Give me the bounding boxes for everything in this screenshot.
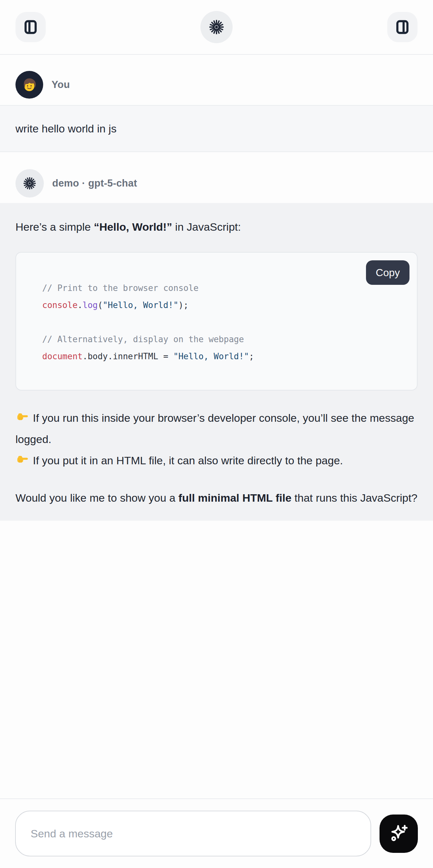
assistant-message-body: Here’s a simple “Hello, World!” in JavaS…: [0, 203, 433, 521]
notes: If you run this inside your browser’s de…: [16, 407, 417, 471]
send-button[interactable]: [379, 814, 418, 853]
code-line: // Print to the browser console: [42, 280, 407, 297]
intro-bold: “Hello, World!”: [94, 221, 172, 233]
question-bold: full minimal HTML file: [179, 492, 291, 504]
sparkle-icon: [388, 823, 409, 844]
code-token: "Hello, World!": [103, 300, 179, 310]
starburst-logo-icon: [208, 18, 225, 36]
user-message: You write hello world in js: [0, 55, 433, 152]
assistant-message-header: demo · gpt-5-chat: [0, 152, 433, 203]
pointing-right-emoji-icon: [16, 453, 29, 467]
right-panel-toggle-button[interactable]: [387, 12, 417, 42]
empty-space: [0, 521, 433, 798]
code-token: "Hello, World!": [173, 351, 249, 361]
code-token: .: [78, 300, 83, 310]
starburst-icon: [22, 176, 37, 191]
copy-code-button[interactable]: Copy: [366, 260, 409, 285]
code-line: // Alternatively, display on the webpage: [42, 331, 407, 348]
user-message-header: You: [0, 55, 433, 105]
code-token: ;: [249, 351, 254, 361]
code-line: document.body.innerHTML = "Hello, World!…: [42, 348, 407, 365]
assistant-author-label: demo · gpt-5-chat: [52, 178, 137, 189]
message-input[interactable]: [15, 811, 371, 857]
note-paragraph: If you run this inside your browser’s de…: [16, 407, 417, 450]
intro-prefix: Here’s a simple: [16, 221, 94, 233]
code-line: console.log("Hello, World!");: [42, 297, 407, 314]
intro-suffix: in JavaScript:: [172, 221, 241, 233]
intro-paragraph: Here’s a simple “Hello, World!” in JavaS…: [16, 218, 417, 236]
code-token: log: [83, 300, 98, 310]
person-emoji-icon: [20, 75, 39, 94]
code-line-blank: [42, 314, 407, 331]
user-avatar: [16, 71, 43, 99]
code-token: console: [42, 300, 78, 310]
note-text: If you run this inside your browser’s de…: [16, 412, 414, 445]
composer-bar: [0, 798, 433, 868]
sidebar-toggle-button[interactable]: [16, 12, 46, 42]
note-text: If you put it in an HTML file, it can al…: [33, 454, 343, 467]
user-author-label: You: [52, 79, 70, 91]
question-prefix: Would you like me to show you a: [16, 492, 179, 504]
code-content: // Print to the browser console console.…: [16, 253, 417, 365]
question-suffix: that runs this JavaScript?: [291, 492, 417, 504]
code-token: // Alternatively, display on the webpage: [42, 335, 244, 344]
assistant-message: demo · gpt-5-chat Here’s a simple “Hello…: [0, 152, 433, 521]
code-token: (: [98, 300, 103, 310]
code-block: Copy // Print to the browser console con…: [16, 252, 417, 391]
note-paragraph: If you put it in an HTML file, it can al…: [16, 450, 417, 471]
panel-right-icon: [394, 19, 411, 35]
user-message-text: write hello world in js: [0, 105, 433, 152]
code-token: // Print to the browser console: [42, 283, 198, 293]
pointing-right-emoji-icon: [16, 410, 29, 424]
code-token: );: [179, 300, 188, 310]
assistant-avatar: [16, 169, 44, 197]
code-token: document: [42, 351, 83, 361]
code-token: .body.innerHTML =: [83, 351, 173, 361]
app-logo-badge: [200, 11, 233, 43]
panel-left-icon: [22, 19, 39, 35]
question-paragraph: Would you like me to show you a full min…: [16, 487, 417, 508]
top-bar: [0, 0, 433, 55]
